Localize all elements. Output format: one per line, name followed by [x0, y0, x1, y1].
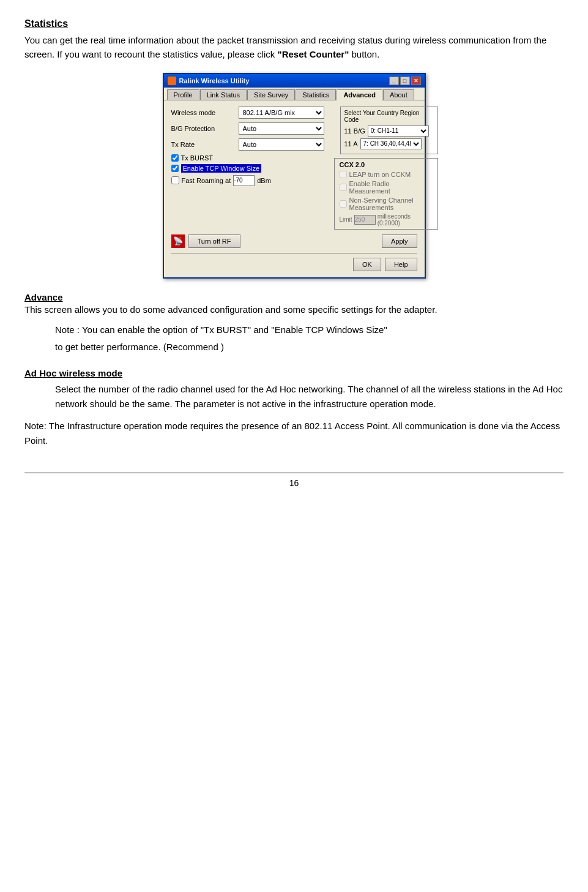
- tx-rate-select[interactable]: Auto: [239, 138, 324, 151]
- close-button[interactable]: ✕: [411, 77, 421, 85]
- ccx-nonserving-label: Non-Serving Channel Measurements: [349, 197, 433, 211]
- adhoc-section: Ad Hoc wireless mode Select the number o…: [24, 368, 564, 448]
- bg-protection-row: B/G Protection Auto: [171, 122, 324, 135]
- adhoc-paragraph: Select the number of the radio channel u…: [55, 382, 564, 411]
- dialog-titlebar-left: Ralink Wireless Utility: [168, 77, 250, 85]
- rf-area: 📡 Turn off RF: [171, 234, 240, 248]
- rf-icon: 📡: [171, 234, 185, 248]
- bg-protection-label: B/G Protection: [171, 125, 239, 132]
- tab-profile[interactable]: Profile: [167, 89, 199, 100]
- ccx-leap-row: LEAP turn on CCKM: [340, 171, 433, 178]
- fast-roaming-label: Fast Roaming at: [182, 177, 231, 184]
- reset-counter-bold: "Reset Counter": [278, 49, 349, 59]
- adhoc-note: Note: The Infrastructure operation mode …: [24, 419, 564, 448]
- ok-help-row: OK Help: [171, 253, 417, 271]
- ccx-radio-row: Enable Radio Measurement: [340, 180, 433, 195]
- ccx-limit-unit: milliseconds (0:2000): [378, 213, 433, 227]
- fast-roaming-unit: dBm: [257, 177, 271, 184]
- two-panels: Wireless mode 802.11 A/B/G mix B/G Prote…: [171, 107, 417, 230]
- tx-rate-row: Tx Rate Auto: [171, 138, 324, 151]
- ccx-limit-label: Limit: [340, 216, 352, 223]
- ccx-radio-checkbox[interactable]: [340, 184, 347, 191]
- ccx-nonserving-checkbox[interactable]: [340, 200, 347, 208]
- country-11a-select[interactable]: 7: CH 36,40,44,48,: [360, 138, 422, 149]
- tab-statistics[interactable]: Statistics: [296, 89, 336, 100]
- statistics-text-2: button.: [349, 49, 379, 59]
- wireless-mode-label: Wireless mode: [171, 109, 239, 116]
- tx-burst-label: Tx BURST: [181, 154, 214, 162]
- ccx-radio-label: Enable Radio Measurement: [349, 180, 433, 195]
- tab-site-survey[interactable]: Site Survey: [247, 89, 295, 100]
- country-region-title: Select Your Country Region Code: [344, 110, 434, 123]
- enable-tcp-checkbox[interactable]: [171, 165, 179, 172]
- bottom-buttons-row: 📡 Turn off RF Apply: [171, 234, 417, 248]
- minimize-button[interactable]: _: [389, 77, 399, 85]
- dialog-title: Ralink Wireless Utility: [179, 77, 250, 84]
- ccx-limit-input[interactable]: [354, 215, 376, 225]
- enable-tcp-label: Enable TCP Window Size: [181, 164, 262, 173]
- ccx-leap-label: LEAP turn on CCKM: [349, 171, 411, 178]
- advance-note-2: to get better performance. (Recommend ): [55, 340, 564, 354]
- ccx-panel: CCX 2.0 LEAP turn on CCKM Enable Radio M…: [334, 158, 438, 230]
- dialog-tabs: Profile Link Status Site Survey Statisti…: [164, 88, 425, 100]
- advance-paragraph: This screen allows you to do some advanc…: [24, 302, 564, 317]
- ralink-dialog: Ralink Wireless Utility _ □ ✕ Profile Li…: [163, 73, 426, 279]
- tx-burst-checkbox[interactable]: [171, 154, 179, 162]
- help-button[interactable]: Help: [385, 258, 417, 271]
- ralink-app-icon: [168, 77, 176, 85]
- fast-roaming-row: Fast Roaming at dBm: [171, 175, 324, 186]
- bg-protection-select[interactable]: Auto: [239, 122, 324, 135]
- advance-note-1: Note : You can enable the option of "Tx …: [55, 323, 564, 337]
- country-11bg-select[interactable]: 0: CH1-11: [368, 126, 429, 137]
- maximize-button[interactable]: □: [400, 77, 410, 85]
- country-11bg-row: 11 B/G 0: CH1-11: [344, 126, 434, 137]
- turn-off-rf-button[interactable]: Turn off RF: [188, 234, 240, 248]
- statistics-paragraph: You can get the real time information ab…: [24, 33, 564, 62]
- country-11a-row: 11 A 7: CH 36,40,44,48,: [344, 138, 434, 149]
- dialog-body: Wireless mode 802.11 A/B/G mix B/G Prote…: [164, 100, 425, 277]
- page-number: 16: [24, 473, 564, 488]
- advance-title: Advance: [24, 292, 564, 302]
- right-area: Select Your Country Region Code 11 B/G 0…: [334, 107, 438, 230]
- ccx-limit-row: Limit milliseconds (0:2000): [340, 213, 433, 227]
- fast-roaming-input[interactable]: [233, 175, 255, 186]
- tab-advanced[interactable]: Advanced: [337, 89, 382, 100]
- enable-tcp-row: Enable TCP Window Size: [171, 164, 324, 173]
- ccx-title: CCX 2.0: [340, 161, 433, 168]
- country-11bg-label: 11 B/G: [344, 127, 365, 135]
- wireless-mode-row: Wireless mode 802.11 A/B/G mix: [171, 107, 324, 119]
- country-region-box: Select Your Country Region Code 11 B/G 0…: [340, 107, 438, 154]
- ccx-nonserving-row: Non-Serving Channel Measurements: [340, 197, 433, 211]
- tx-rate-label: Tx Rate: [171, 141, 239, 148]
- ok-button[interactable]: OK: [353, 258, 381, 271]
- dialog-window-controls: _ □ ✕: [389, 77, 421, 85]
- country-11a-label: 11 A: [344, 140, 358, 148]
- tab-about[interactable]: About: [383, 89, 414, 100]
- tx-burst-row: Tx BURST: [171, 154, 324, 162]
- dialog-titlebar: Ralink Wireless Utility _ □ ✕: [164, 74, 425, 88]
- fast-roaming-checkbox[interactable]: [171, 176, 179, 184]
- tab-link-status[interactable]: Link Status: [200, 89, 247, 100]
- screenshot-container: Ralink Wireless Utility _ □ ✕ Profile Li…: [24, 73, 564, 279]
- ccx-leap-checkbox[interactable]: [340, 171, 347, 178]
- statistics-title: Statistics: [24, 18, 564, 29]
- adhoc-title: Ad Hoc wireless mode: [24, 368, 564, 378]
- wireless-mode-select[interactable]: 802.11 A/B/G mix: [239, 107, 324, 119]
- advance-section: Advance This screen allows you to do som…: [24, 292, 564, 354]
- left-panel: Wireless mode 802.11 A/B/G mix B/G Prote…: [171, 107, 324, 230]
- apply-button[interactable]: Apply: [382, 234, 417, 248]
